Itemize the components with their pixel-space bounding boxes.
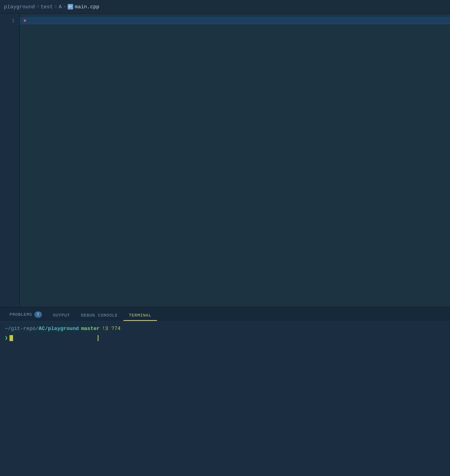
breadcrumb-sep-2: > <box>55 4 57 9</box>
terminal-text-cursor <box>98 335 98 341</box>
cursor-line-highlight <box>20 17 450 25</box>
tab-terminal[interactable]: TERMINAL <box>123 311 157 321</box>
cpp-file-icon: C+ <box>68 4 73 9</box>
breadcrumb-playground[interactable]: playground <box>4 4 35 10</box>
editor-content[interactable] <box>20 14 450 307</box>
breadcrumb-sep-1: > <box>36 4 39 9</box>
tab-problems[interactable]: PROBLEMS 2 <box>4 309 47 321</box>
breadcrumb-a[interactable]: A <box>59 4 62 10</box>
panel-tabs: PROBLEMS 2 OUTPUT DEBUG CONSOLE TERMINAL <box>0 307 450 321</box>
terminal-area[interactable]: ~ /git-repo/ AC/playground master !3 ?74… <box>0 321 450 476</box>
problems-badge: 2 <box>34 311 42 318</box>
line-numbers: 1 <box>0 14 20 307</box>
breadcrumb-test[interactable]: test <box>41 4 53 10</box>
terminal-cursor-line: ❯ <box>5 334 445 342</box>
tab-terminal-label: TERMINAL <box>129 313 151 318</box>
terminal-slash: /git-repo/ <box>8 325 39 333</box>
line-number-1: 1 <box>11 17 15 25</box>
bottom-panel: PROBLEMS 2 OUTPUT DEBUG CONSOLE TERMINAL… <box>0 307 450 476</box>
breadcrumb-file[interactable]: C+ main.cpp <box>68 4 99 10</box>
tab-debug-console[interactable]: DEBUG CONSOLE <box>76 311 123 321</box>
error-indicator <box>24 19 26 22</box>
terminal-status: !3 ?74 <box>102 325 121 333</box>
terminal-cursor-block <box>9 335 13 341</box>
terminal-prompt-line: ~ /git-repo/ AC/playground master !3 ?74 <box>5 325 445 333</box>
tab-output-label: OUTPUT <box>53 313 70 318</box>
breadcrumb-filename: main.cpp <box>75 4 99 10</box>
terminal-bold-path: AC/playground <box>39 325 79 333</box>
tab-output[interactable]: OUTPUT <box>47 311 76 321</box>
terminal-tilde: ~ <box>5 325 8 333</box>
tab-problems-label: PROBLEMS <box>9 312 32 317</box>
editor-area[interactable]: 1 <box>0 14 450 307</box>
terminal-branch: master <box>81 325 100 333</box>
breadcrumb-bar: playground > test > A > C+ main.cpp <box>0 0 450 14</box>
terminal-chevron: ❯ <box>5 334 8 342</box>
breadcrumb-sep-3: > <box>63 4 66 9</box>
tab-debug-label: DEBUG CONSOLE <box>81 313 118 318</box>
